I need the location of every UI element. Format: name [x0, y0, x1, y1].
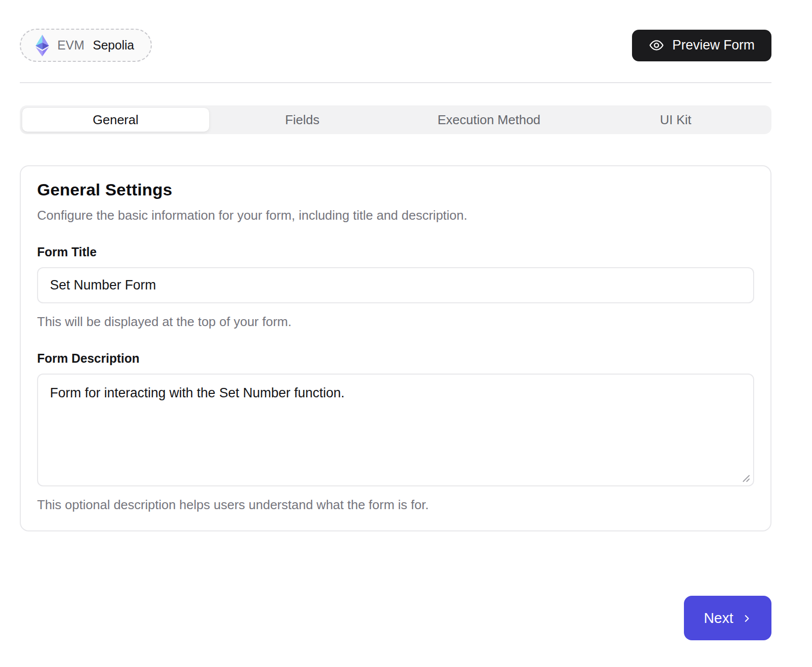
next-button-label: Next — [704, 610, 733, 626]
tab-bar: General Fields Execution Method UI Kit — [20, 105, 771, 134]
form-title-label: Form Title — [37, 245, 754, 259]
next-button[interactable]: Next — [684, 596, 771, 640]
topbar: EVM Sepolia Preview Form — [20, 29, 771, 62]
tab-ui-kit[interactable]: UI Kit — [583, 108, 769, 132]
header-divider — [20, 82, 771, 83]
card-title: General Settings — [37, 180, 754, 199]
network-name-label: Sepolia — [93, 38, 134, 52]
form-description-textarea[interactable]: Form for interacting with the Set Number… — [37, 374, 754, 486]
eye-icon — [649, 38, 664, 53]
form-title-input[interactable] — [37, 267, 754, 303]
tab-fields[interactable]: Fields — [209, 108, 396, 132]
chevron-right-icon — [742, 614, 752, 623]
form-title-helper: This will be displayed at the top of you… — [37, 314, 754, 330]
preview-form-label: Preview Form — [672, 38, 755, 53]
general-settings-card: General Settings Configure the basic inf… — [20, 165, 771, 531]
tab-execution-method[interactable]: Execution Method — [396, 108, 583, 132]
preview-form-button[interactable]: Preview Form — [632, 30, 771, 61]
form-builder-page: EVM Sepolia Preview Form General Fields … — [0, 0, 812, 640]
footer: Next — [20, 596, 771, 640]
card-description: Configure the basic information for your… — [37, 208, 754, 223]
ethereum-icon — [36, 35, 49, 56]
resize-handle-icon[interactable] — [741, 473, 751, 483]
form-description-textarea-wrap: Form for interacting with the Set Number… — [37, 374, 754, 486]
tab-general[interactable]: General — [22, 108, 209, 132]
network-chain-label: EVM — [57, 38, 85, 52]
network-badge[interactable]: EVM Sepolia — [20, 29, 152, 62]
form-description-helper: This optional description helps users un… — [37, 497, 754, 513]
form-description-label: Form Description — [37, 351, 754, 366]
